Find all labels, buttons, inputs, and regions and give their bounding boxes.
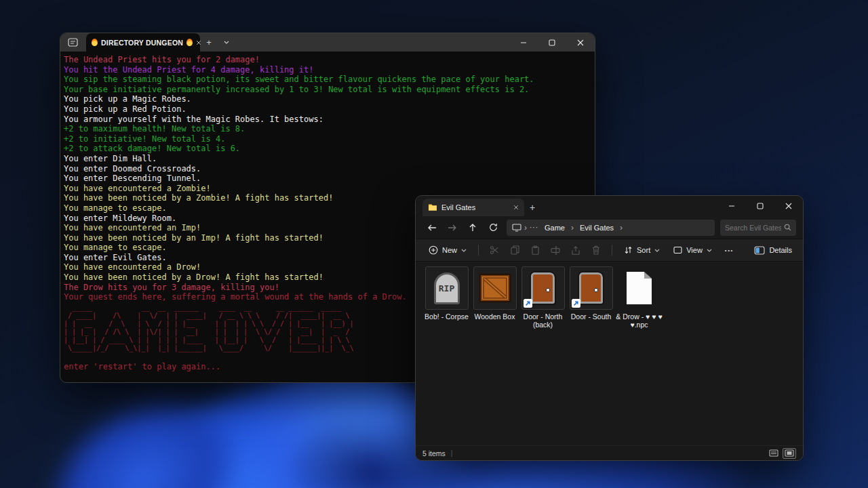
file-icon <box>627 272 652 304</box>
up-button[interactable] <box>463 219 482 237</box>
details-view-icon[interactable] <box>767 448 781 459</box>
terminal-line: The Undead Priest hits you for 2 damage! <box>64 55 591 65</box>
new-tab-button[interactable]: + <box>524 199 540 216</box>
file-item[interactable]: Wooden Box <box>471 266 519 321</box>
door-icon <box>579 272 603 304</box>
chevron-right-icon[interactable]: › <box>571 224 574 231</box>
explorer-tab[interactable]: Evil Gates <box>422 199 524 216</box>
sort-button[interactable]: Sort <box>618 241 666 259</box>
terminal-menu-icon[interactable] <box>60 33 85 52</box>
terminal-line: You enter Dim Hall. <box>64 154 591 164</box>
file-item[interactable]: Door - North (back) <box>519 266 567 329</box>
maximize-button[interactable] <box>746 196 774 216</box>
view-button-label: View <box>686 246 703 254</box>
toolbar-divider <box>478 245 479 256</box>
terminal-line: Your base initiative permanently increas… <box>64 85 591 95</box>
forward-button[interactable] <box>443 219 462 237</box>
new-button[interactable]: New <box>422 241 473 259</box>
file-explorer-window: Evil Gates + <box>415 195 804 461</box>
toolbar-divider <box>612 245 612 256</box>
flame-icon <box>186 39 193 46</box>
minimize-button[interactable] <box>509 33 538 52</box>
file-label: Bob! - Corpse <box>425 312 469 321</box>
close-tab-icon[interactable] <box>513 205 519 210</box>
back-button[interactable] <box>422 219 441 237</box>
cut-icon[interactable] <box>484 241 505 259</box>
terminal-tab[interactable]: DIRECTORY DUNGEON <box>86 33 200 52</box>
file-thumbnail <box>618 266 661 310</box>
file-label: Door - North (back) <box>519 312 567 329</box>
sort-icon <box>624 246 633 254</box>
rename-icon[interactable] <box>545 241 566 259</box>
details-pane-label: Details <box>769 246 792 254</box>
search-box[interactable] <box>720 220 796 236</box>
terminal-line: +2 to initiative! New total is 4. <box>64 134 591 144</box>
sort-button-label: Sort <box>637 246 650 254</box>
delete-icon[interactable] <box>586 241 606 259</box>
terminal-line: You pick up a Magic Robes. <box>64 94 591 104</box>
explorer-tabstrip[interactable]: Evil Gates + <box>416 196 803 216</box>
plus-circle-icon <box>429 245 438 255</box>
breadcrumb-item[interactable]: Evil Gates <box>576 224 617 232</box>
chevron-down-icon <box>654 249 660 252</box>
share-icon[interactable] <box>566 241 586 259</box>
address-bar: ›···Game›Evil Gates› <box>416 216 803 239</box>
tombstone-icon: RIP <box>434 272 460 304</box>
shortcut-arrow-icon <box>572 299 580 308</box>
tab-dropdown-button[interactable] <box>218 33 235 52</box>
view-icon <box>673 246 682 254</box>
paste-icon[interactable] <box>525 241 545 259</box>
terminal-line: +2 to attack damage! New total is 6. <box>64 144 591 154</box>
breadcrumb-overflow[interactable]: ··· <box>530 224 538 231</box>
file-list[interactable]: RIPBob! - CorpseWooden BoxDoor - North (… <box>416 262 803 445</box>
chevron-down-icon <box>707 249 712 252</box>
maximize-button[interactable] <box>538 33 566 52</box>
close-button[interactable] <box>566 33 595 52</box>
file-thumbnail: RIP <box>425 266 469 310</box>
close-button[interactable] <box>774 196 803 216</box>
file-item[interactable]: Door - South <box>567 266 615 321</box>
details-pane-icon <box>754 246 765 255</box>
terminal-line: You hit the Undead Priest for 4 damage, … <box>64 65 591 75</box>
details-pane-button[interactable]: Details <box>750 246 796 255</box>
file-label: Wooden Box <box>475 312 515 321</box>
crate-icon <box>479 273 511 303</box>
terminal-line: You enter Descending Tunnel. <box>64 174 591 184</box>
chevron-right-icon[interactable]: › <box>524 224 527 231</box>
search-icon[interactable] <box>784 224 791 231</box>
new-tab-button[interactable]: + <box>200 33 218 52</box>
file-item[interactable]: RIPBob! - Corpse <box>422 266 471 321</box>
terminal-line: You armour yourself with the Magic Robes… <box>64 115 591 125</box>
terminal-tab-title: DIRECTORY DUNGEON <box>101 39 183 47</box>
item-count: 5 items <box>422 449 446 458</box>
door-icon <box>531 272 555 304</box>
view-button[interactable]: View <box>667 241 718 259</box>
file-item[interactable]: & Drow - ♥ ♥ ♥ ♥.npc <box>615 266 663 329</box>
explorer-tab-label: Evil Gates <box>441 203 475 211</box>
breadcrumb-item[interactable]: Game <box>541 224 568 232</box>
thumbnail-view-icon[interactable] <box>783 448 796 459</box>
status-bar: 5 items | <box>416 445 803 460</box>
chevron-right-icon[interactable]: › <box>620 224 623 231</box>
monitor-icon[interactable] <box>512 224 521 232</box>
file-label: & Drow - ♥ ♥ ♥ ♥.npc <box>615 312 663 329</box>
shortcut-arrow-icon <box>524 299 532 308</box>
status-divider: | <box>451 449 453 457</box>
terminal-line: +2 to maximum health! New total is 8. <box>64 124 591 134</box>
terminal-line: You pick up a Red Potion. <box>64 104 591 115</box>
file-thumbnail <box>521 266 565 310</box>
copy-icon[interactable] <box>505 241 525 259</box>
minimize-button[interactable] <box>717 196 746 216</box>
file-thumbnail <box>570 266 613 310</box>
breadcrumb[interactable]: ›···Game›Evil Gates› <box>507 220 715 236</box>
new-button-label: New <box>442 246 457 254</box>
terminal-titlebar[interactable]: DIRECTORY DUNGEON + <box>60 33 595 52</box>
refresh-button[interactable] <box>484 219 502 237</box>
more-options-button[interactable]: ••• <box>719 241 739 259</box>
folder-icon <box>428 203 437 211</box>
chevron-down-icon <box>461 249 467 252</box>
search-input[interactable] <box>725 224 781 232</box>
flame-icon <box>92 39 98 46</box>
file-thumbnail <box>473 266 517 310</box>
terminal-line: You have encountered a Zombie! <box>64 184 591 194</box>
